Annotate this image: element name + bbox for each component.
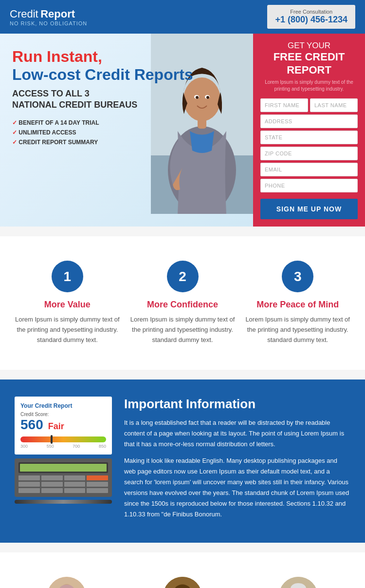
testimonials-section: " There are many variations of pass ages… (0, 552, 365, 588)
calc-key (87, 488, 108, 493)
calc-keys (18, 475, 108, 493)
info-para-1: It is a long established fact that a rea… (124, 417, 350, 450)
name-row (260, 98, 358, 112)
calc-key (41, 482, 63, 487)
features-section: 1 More Value Lorem Ipsum is simply dummy… (0, 236, 365, 369)
headline-2: Low-cost Credit Reports (12, 65, 241, 84)
calc-key (18, 482, 40, 487)
feature-1: 1 More Value Lorem Ipsum is simply dummy… (15, 261, 120, 345)
score-bar (20, 436, 106, 442)
score-marker (51, 435, 53, 444)
score-mid2: 700 (73, 444, 80, 449)
score-labels: 300 550 700 850 (20, 444, 106, 449)
phone-input[interactable] (260, 179, 358, 192)
avatar-3 (279, 577, 318, 588)
address-input[interactable] (260, 114, 358, 128)
form-title-get: GET YOUR (260, 41, 358, 51)
feature-number-3: 3 (282, 261, 313, 292)
calc-key (18, 488, 40, 493)
credit-rating: Fair (48, 421, 64, 432)
feature-desc-1: Lorem Ipsum is simply dummy text of the … (15, 315, 120, 345)
credit-report-image: Your Credit Report Credit Score: 560 Fai… (15, 397, 112, 504)
testimonial-1: " There are many variations of pass ages… (15, 577, 118, 588)
calc-key (64, 482, 86, 487)
feature-title-2: More Confidence (130, 300, 236, 310)
signup-form: GET YOUR FREE CREDIT REPORT Lorem Ipsum … (253, 34, 365, 227)
divider-2 (0, 370, 365, 379)
headline-1: Run Instant, (12, 48, 241, 65)
logo-report: Report (40, 8, 75, 20)
form-subtitle: Lorem Ipsum is simply dummy text of the … (260, 79, 358, 93)
score-mid1: 550 (47, 444, 54, 449)
feature-number-1: 1 (52, 261, 83, 292)
feature-title-1: More Value (15, 300, 120, 310)
divider-3 (0, 543, 365, 552)
avatar-1 (47, 577, 86, 588)
calc-key (64, 475, 86, 480)
calc-key (41, 475, 63, 480)
calc-key (41, 488, 63, 493)
feature-2: 2 More Confidence Lorem Ipsum is simply … (130, 261, 236, 345)
score-min: 300 (20, 444, 28, 449)
calculator-area (15, 458, 112, 497)
testimonial-2: " There are many variations of pass ages… (130, 577, 234, 588)
score-max: 850 (99, 444, 106, 449)
logo-tagline: NO RISK, NO OBLIGATION (10, 20, 87, 26)
calc-key (18, 475, 40, 480)
feature-title-3: More Peace of Mind (245, 300, 350, 310)
feature-desc-3: Lorem Ipsum is simply dummy text of the … (245, 315, 350, 345)
features-grid: 1 More Value Lorem Ipsum is simply dummy… (15, 261, 350, 345)
signup-button[interactable]: SIGN ME UP NOW (260, 199, 358, 219)
state-input[interactable] (260, 131, 358, 144)
info-content: Important Information It is a long estab… (124, 397, 350, 526)
credit-score: 560 (20, 417, 43, 433)
credit-card: Your Credit Report Credit Score: 560 Fai… (15, 397, 112, 455)
email-input[interactable] (260, 163, 358, 176)
logo: Credit Report NO RISK, NO OBLIGATION (10, 8, 87, 26)
last-name-input[interactable] (310, 98, 358, 112)
calc-display (18, 462, 108, 473)
calc-screen (20, 464, 107, 472)
form-title: GET YOUR FREE CREDIT REPORT (260, 41, 358, 76)
feature-desc-2: Lorem Ipsum is simply dummy text of the … (130, 315, 236, 345)
info-title: Important Information (124, 397, 350, 412)
first-name-input[interactable] (260, 98, 308, 112)
access-text: ACCESS TO ALL 3NATIONAL CREDIT BUREAUS (12, 88, 241, 111)
pen (15, 500, 112, 504)
calc-key (64, 488, 86, 493)
testimonial-3: " There are many variations of pass ages… (247, 577, 350, 588)
phone-number: +1 (800) 456-1234 (275, 15, 347, 25)
testimonials-grid: " There are many variations of pass ages… (15, 577, 350, 588)
logo-credit: Credit (10, 8, 38, 20)
hero-headline: Run Instant, Low-cost Credit Reports ACC… (12, 48, 241, 111)
feature-3: 3 More Peace of Mind Lorem Ipsum is simp… (245, 261, 350, 345)
calc-key (87, 482, 108, 487)
calc-key (87, 475, 108, 480)
header: Credit Report NO RISK, NO OBLIGATION Fre… (0, 0, 365, 34)
score-label: Credit Score: (20, 412, 106, 417)
zip-input[interactable] (260, 147, 358, 160)
credit-card-title: Your Credit Report (20, 402, 106, 409)
phone-box: Free Consultation +1 (800) 456-1234 (267, 5, 355, 29)
divider-1 (0, 227, 365, 236)
feature-number-2: 2 (167, 261, 199, 292)
info-section: Your Credit Report Credit Score: 560 Fai… (0, 379, 365, 543)
hero-section: Run Instant, Low-cost Credit Reports ACC… (0, 34, 365, 227)
hero-left: Run Instant, Low-cost Credit Reports ACC… (0, 34, 253, 227)
form-title-free: FREE CREDIT REPORT (260, 51, 358, 76)
avatar-2 (163, 577, 202, 588)
info-para-2: Making it look like readable English. Ma… (124, 455, 350, 520)
phone-label: Free Consultation (275, 9, 347, 15)
